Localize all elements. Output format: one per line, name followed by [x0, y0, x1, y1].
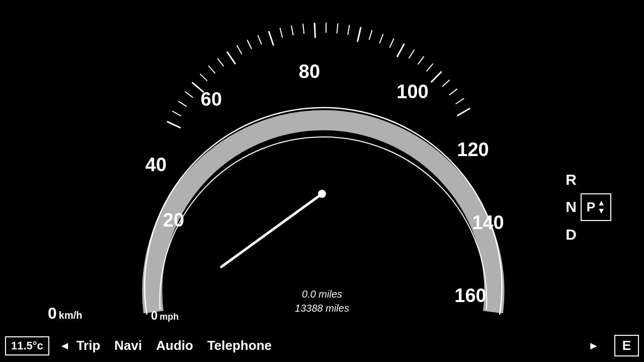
speed-kmh-value: 0	[48, 304, 57, 323]
nav-left-arrow[interactable]: ◄	[59, 339, 70, 352]
svg-line-7	[217, 58, 223, 66]
speed-kmh-unit: km/h	[59, 310, 83, 321]
svg-line-28	[431, 71, 442, 82]
speed-label-80: 80	[299, 61, 320, 82]
gear-arrows: ▲ ▼	[597, 199, 605, 215]
speedometer-outer-border	[145, 108, 502, 315]
speedometer-outer-arc	[152, 120, 495, 312]
nav-menu: Trip Navi Audio Telephone	[76, 338, 588, 353]
svg-line-1	[172, 111, 181, 116]
svg-line-20	[357, 27, 361, 42]
nav-right-arrow[interactable]: ►	[588, 339, 599, 352]
svg-line-21	[369, 30, 372, 40]
needle-center	[318, 190, 326, 198]
speed-label-60: 60	[201, 89, 222, 110]
dashboard: 20 40 60 80 100 120 140 160 0 km/h 0 mph…	[0, 0, 644, 362]
gear-n-row: N P ▲ ▼	[566, 193, 611, 221]
speedometer-needle	[221, 194, 322, 267]
svg-line-26	[418, 56, 424, 64]
gear-r: R	[566, 166, 611, 193]
svg-line-15	[303, 24, 304, 34]
speed-label-20: 20	[163, 209, 184, 231]
gear-d: D	[566, 221, 611, 248]
svg-line-19	[348, 25, 349, 35]
speed-label-100: 100	[396, 81, 428, 102]
svg-line-5	[200, 74, 207, 81]
gear-indicator: R N P ▲ ▼ D	[566, 166, 611, 248]
svg-line-31	[456, 98, 464, 104]
svg-line-3	[185, 92, 193, 98]
speed-label-40: 40	[145, 154, 167, 175]
svg-line-11	[258, 35, 262, 45]
temperature-display: 11.5°c	[5, 336, 49, 355]
svg-line-9	[237, 45, 242, 54]
speed-label-140: 140	[472, 212, 504, 233]
temperature-value: 11.5°c	[11, 339, 43, 352]
bottom-nav-bar: 11.5°c ◄ Trip Navi Audio Telephone ► E	[0, 329, 644, 362]
svg-line-25	[409, 50, 415, 58]
svg-line-32	[457, 108, 470, 116]
speed-mph-value: 0	[151, 309, 157, 323]
trip-distance: 0.0 miles	[295, 288, 349, 300]
svg-line-12	[269, 31, 273, 46]
svg-line-2	[178, 101, 187, 107]
svg-line-0	[167, 121, 181, 128]
speed-mph-unit: mph	[159, 312, 179, 322]
speed-label-120: 120	[457, 139, 489, 160]
svg-line-29	[442, 80, 450, 87]
svg-line-16	[314, 23, 315, 38]
speed-mph-display: 0 mph	[151, 309, 179, 323]
odometer: 13388 miles	[295, 303, 349, 314]
svg-line-22	[379, 34, 383, 43]
gear-p-box: P ▲ ▼	[581, 193, 611, 221]
nav-item-telephone[interactable]: Telephone	[207, 338, 272, 353]
speed-kmh-display: 0 km/h	[48, 304, 82, 323]
svg-line-24	[397, 44, 404, 57]
svg-line-18	[337, 24, 338, 34]
svg-line-10	[247, 40, 252, 49]
e-button[interactable]: E	[614, 335, 639, 356]
nav-item-navi[interactable]: Navi	[114, 338, 142, 353]
svg-line-23	[389, 39, 393, 48]
nav-item-trip[interactable]: Trip	[76, 338, 101, 353]
gear-n: N	[566, 193, 577, 221]
nav-item-audio[interactable]: Audio	[156, 338, 193, 353]
trip-info: 0.0 miles 13388 miles	[295, 288, 349, 314]
svg-line-30	[449, 89, 457, 95]
speed-label-160: 160	[454, 285, 486, 306]
svg-line-27	[427, 63, 433, 71]
svg-line-13	[280, 28, 283, 37]
svg-line-6	[208, 66, 215, 74]
e-button-label: E	[622, 338, 631, 353]
svg-line-8	[227, 51, 235, 64]
svg-line-14	[291, 26, 293, 36]
